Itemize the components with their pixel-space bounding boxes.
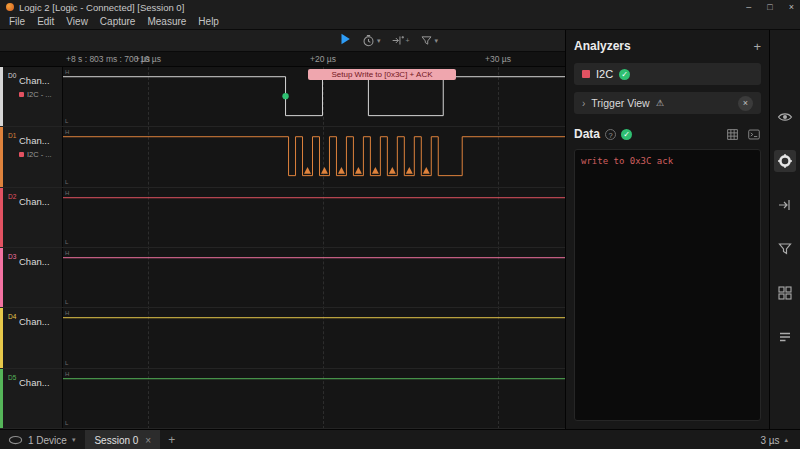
timer-mode-button[interactable]: ▾ bbox=[362, 34, 381, 47]
menu-edit[interactable]: Edit bbox=[31, 14, 60, 29]
bit-marker-arrow-icon bbox=[338, 167, 345, 174]
channel-row-d0: D0Chan...I2C - ...HL bbox=[0, 67, 565, 127]
waveform-d3[interactable] bbox=[63, 248, 565, 307]
trigger-view-close-button[interactable]: × bbox=[738, 96, 753, 111]
channel-color-stripe bbox=[0, 67, 3, 126]
channel-name: Chan... bbox=[19, 256, 50, 267]
chevron-down-icon: ▾ bbox=[72, 436, 76, 444]
channel-color-stripe bbox=[0, 248, 3, 307]
waveform-d1[interactable] bbox=[63, 127, 565, 186]
channel-name: Chan... bbox=[19, 377, 50, 388]
start-condition-marker bbox=[282, 93, 288, 99]
chevron-down-icon: ▾ bbox=[435, 37, 439, 45]
ruler-tick-label: +10 µs bbox=[135, 54, 161, 64]
channel-row-d2: D2Chan...HL bbox=[0, 188, 565, 248]
analyzer-color-icon bbox=[582, 70, 590, 78]
bit-marker-arrow-icon bbox=[355, 167, 362, 174]
channel-id: D0 bbox=[8, 72, 16, 79]
time-scale-label: 3 µs bbox=[760, 435, 779, 446]
menu-view[interactable]: View bbox=[60, 14, 94, 29]
session-tab[interactable]: Session 0 × bbox=[85, 430, 160, 449]
waveform-d5[interactable] bbox=[63, 369, 565, 428]
channel-label-d3[interactable]: D3Chan... bbox=[0, 248, 63, 307]
extensions-button[interactable] bbox=[774, 282, 796, 304]
channel-id: D2 bbox=[8, 193, 16, 200]
data-status-check-icon: ✓ bbox=[621, 129, 632, 140]
menu-capture[interactable]: Capture bbox=[94, 14, 142, 29]
close-button[interactable]: × bbox=[789, 2, 794, 12]
channel-label-d2[interactable]: D2Chan... bbox=[0, 188, 63, 247]
toolbar: ▾ + ▾ bbox=[0, 30, 565, 52]
timing-markers-button[interactable] bbox=[774, 238, 796, 260]
bit-marker-arrow-icon bbox=[321, 167, 328, 174]
maximize-button[interactable]: □ bbox=[767, 2, 772, 12]
annotations-button[interactable] bbox=[774, 326, 796, 348]
window-title: Logic 2 [Logic - Connected] [Session 0] bbox=[19, 2, 184, 13]
capture-settings-button[interactable] bbox=[774, 106, 796, 128]
waveform-area[interactable]: D0Chan...I2C - ...HLD1Chan...I2C - ...HL… bbox=[0, 67, 565, 429]
channel-row-d5: D5Chan...HL bbox=[0, 369, 565, 429]
chevron-down-icon: ▾ bbox=[377, 37, 381, 45]
analyzers-panel-button[interactable] bbox=[774, 150, 796, 172]
ruler-tick-label: +30 µs bbox=[485, 54, 511, 64]
menu-file[interactable]: File bbox=[3, 14, 31, 29]
high-level-label: H bbox=[65, 190, 69, 196]
high-level-label: H bbox=[65, 310, 69, 316]
trigger-view-row[interactable]: › Trigger View ⚠ × bbox=[574, 92, 761, 114]
title-bar: Logic 2 [Logic - Connected] [Session 0] … bbox=[0, 0, 800, 14]
add-measurement-button[interactable]: + bbox=[391, 34, 410, 47]
channel-row-d4: D4Chan...HL bbox=[0, 308, 565, 368]
channel-label-d5[interactable]: D5Chan... bbox=[0, 369, 63, 428]
menu-help[interactable]: Help bbox=[192, 14, 225, 29]
analyzer-item-i2c[interactable]: I2C✓ bbox=[574, 63, 761, 85]
device-count-label: 1 Device bbox=[28, 435, 67, 446]
flag-funnel-icon bbox=[777, 241, 793, 257]
channel-analyzer-label: I2C - ... bbox=[19, 150, 52, 159]
channel-label-d4[interactable]: D4Chan... bbox=[0, 308, 63, 367]
menu-measure[interactable]: Measure bbox=[141, 14, 192, 29]
add-analyzer-button[interactable]: + bbox=[753, 40, 761, 53]
channel-label-d1[interactable]: D1Chan...I2C - ... bbox=[0, 127, 63, 186]
device-icon bbox=[8, 435, 23, 445]
minimize-button[interactable]: – bbox=[746, 2, 751, 12]
menu-bar: FileEditViewCaptureMeasureHelp bbox=[0, 14, 800, 30]
high-level-label: H bbox=[65, 129, 69, 135]
measurements-panel-button[interactable] bbox=[774, 194, 796, 216]
low-level-label: L bbox=[65, 118, 68, 124]
channel-color-stripe bbox=[0, 127, 3, 186]
high-level-label: H bbox=[65, 69, 69, 75]
plus-icon: + bbox=[406, 37, 410, 44]
decoded-data-output[interactable]: write to 0x3C ack bbox=[574, 149, 761, 421]
low-level-label: L bbox=[65, 360, 68, 366]
waveform-d4[interactable] bbox=[63, 308, 565, 367]
bit-marker-arrow-icon bbox=[372, 167, 379, 174]
analyzer-check-icon: ✓ bbox=[619, 69, 630, 80]
channel-id: D1 bbox=[8, 132, 16, 139]
filter-button[interactable]: ▾ bbox=[420, 34, 439, 47]
new-session-button[interactable]: + bbox=[168, 433, 175, 447]
chevron-right-icon: › bbox=[582, 98, 585, 109]
bit-marker-arrow-icon bbox=[304, 167, 311, 174]
device-selector[interactable]: 1 Device ▾ bbox=[8, 435, 75, 446]
bit-marker-arrow-icon bbox=[406, 167, 413, 174]
protocol-annotation[interactable]: Setup Write to [0x3C] + ACK bbox=[308, 69, 456, 80]
status-bar: 1 Device ▾ Session 0 × + 3 µs ▴ bbox=[0, 429, 800, 449]
channel-color-stripe bbox=[0, 369, 3, 428]
low-level-label: L bbox=[65, 299, 68, 305]
app-logo-icon bbox=[6, 3, 14, 11]
waveform-d2[interactable] bbox=[63, 188, 565, 247]
high-level-label: H bbox=[65, 371, 69, 377]
time-scale-control[interactable]: 3 µs ▴ bbox=[760, 435, 788, 446]
channel-label-d0[interactable]: D0Chan...I2C - ... bbox=[0, 67, 63, 126]
low-level-label: L bbox=[65, 420, 68, 426]
timeline-ruler[interactable]: +8 s : 803 ms : 700 µs +10 µs+20 µs+30 µ… bbox=[0, 52, 565, 67]
help-icon[interactable]: ? bbox=[605, 129, 616, 140]
terminal-view-icon[interactable] bbox=[747, 128, 761, 141]
table-view-icon[interactable] bbox=[726, 128, 739, 141]
channel-id: D5 bbox=[8, 374, 16, 381]
channel-name: Chan... bbox=[19, 135, 50, 146]
analyzer-color-icon bbox=[19, 92, 24, 97]
session-tab-close-icon[interactable]: × bbox=[145, 435, 151, 446]
play-button[interactable] bbox=[338, 32, 352, 50]
measurements-icon bbox=[777, 197, 793, 213]
